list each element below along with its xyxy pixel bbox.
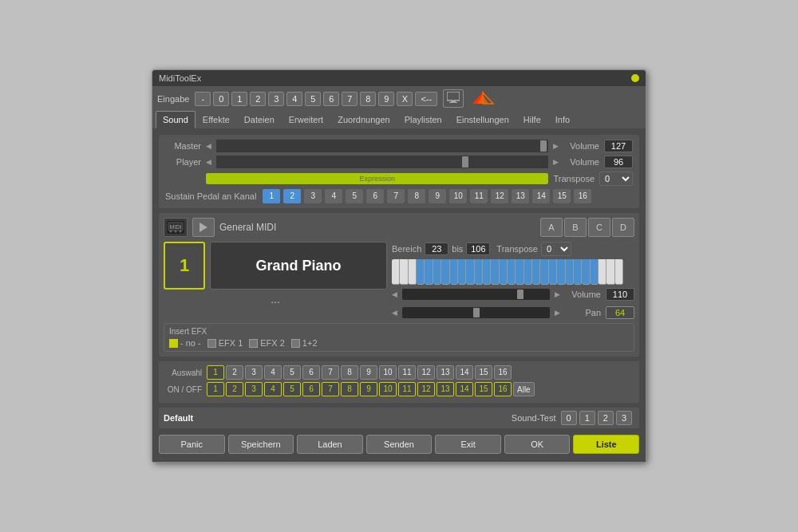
- digit-7-btn[interactable]: 7: [342, 92, 358, 106]
- inst-pan-track[interactable]: [402, 307, 550, 318]
- sustain-ch-12[interactable]: 12: [491, 189, 508, 203]
- bereich-from[interactable]: 23: [425, 242, 448, 255]
- sustain-ch-11[interactable]: 11: [470, 189, 488, 203]
- auswahl-10[interactable]: 10: [379, 365, 397, 380]
- transpose-select[interactable]: 0 1 -1: [599, 171, 633, 186]
- onoff-10[interactable]: 10: [379, 382, 397, 396]
- onoff-14[interactable]: 14: [456, 382, 473, 396]
- wk28[interactable]: [615, 259, 623, 285]
- onoff-8[interactable]: 8: [341, 382, 358, 396]
- sustain-ch-9[interactable]: 9: [429, 189, 446, 203]
- onoff-1[interactable]: 1: [207, 382, 224, 396]
- tab-b[interactable]: B: [564, 218, 587, 237]
- wk21[interactable]: [557, 259, 565, 285]
- expression-track[interactable]: Expression: [206, 173, 548, 184]
- sound-test-0[interactable]: 0: [561, 411, 577, 425]
- sustain-ch-13[interactable]: 13: [512, 189, 529, 203]
- bereich-to[interactable]: 106: [466, 242, 490, 255]
- auswahl-7[interactable]: 7: [322, 365, 339, 380]
- wk16[interactable]: [516, 259, 523, 285]
- backspace-btn[interactable]: <--: [415, 92, 437, 106]
- tab-hilfe[interactable]: Hilfe: [516, 111, 548, 128]
- onoff-5[interactable]: 5: [283, 382, 301, 396]
- master-arrow-left[interactable]: ◀: [206, 142, 211, 150]
- tab-zuordnungen[interactable]: Zuordnungen: [330, 111, 397, 128]
- digit-4-btn[interactable]: 4: [286, 92, 302, 106]
- liste-button[interactable]: Liste: [573, 435, 639, 454]
- wk7[interactable]: [441, 259, 449, 285]
- player-volume-value[interactable]: 96: [604, 156, 633, 168]
- minus-btn[interactable]: -: [195, 92, 211, 106]
- wk27[interactable]: [606, 259, 614, 285]
- wk12[interactable]: [483, 259, 491, 285]
- onoff-13[interactable]: 13: [437, 382, 454, 396]
- digit-8-btn[interactable]: 8: [360, 92, 376, 106]
- sustain-ch-4[interactable]: 4: [325, 189, 342, 203]
- auswahl-8[interactable]: 8: [341, 365, 358, 380]
- sustain-ch-14[interactable]: 14: [532, 189, 550, 203]
- sustain-ch-7[interactable]: 7: [387, 189, 405, 203]
- master-arrow-right[interactable]: ▶: [553, 142, 559, 150]
- wk25[interactable]: [591, 259, 598, 285]
- efx-checkbox-12[interactable]: [291, 339, 300, 348]
- instrument-number-box[interactable]: 1: [164, 242, 205, 290]
- instrument-dots[interactable]: ...: [164, 293, 387, 305]
- speichern-button[interactable]: Speichern: [228, 435, 294, 454]
- wk3[interactable]: [409, 259, 417, 285]
- wk23[interactable]: [574, 259, 582, 285]
- wk10[interactable]: [466, 259, 474, 285]
- wk1[interactable]: [392, 259, 400, 285]
- alle-button[interactable]: Alle: [513, 382, 535, 396]
- digit-0-btn[interactable]: 0: [213, 92, 229, 106]
- screen-btn[interactable]: [443, 89, 464, 108]
- player-arrow-right[interactable]: ▶: [553, 158, 559, 166]
- inst-pan-value[interactable]: 64: [606, 306, 634, 319]
- auswahl-15[interactable]: 15: [475, 365, 492, 380]
- wk4[interactable]: [417, 259, 425, 285]
- play-button[interactable]: [192, 218, 215, 237]
- auswahl-1[interactable]: 1: [207, 365, 224, 380]
- onoff-12[interactable]: 12: [417, 382, 435, 396]
- onoff-7[interactable]: 7: [322, 382, 339, 396]
- auswahl-2[interactable]: 2: [226, 365, 243, 380]
- pan-arrow-left[interactable]: ◀: [392, 309, 397, 317]
- efx-checkbox-1[interactable]: [207, 339, 216, 348]
- wk11[interactable]: [475, 259, 483, 285]
- auswahl-11[interactable]: 11: [398, 365, 416, 380]
- wk2[interactable]: [400, 259, 408, 285]
- panic-button[interactable]: Panic: [159, 435, 225, 454]
- inst-volume-track[interactable]: [402, 289, 550, 300]
- auswahl-3[interactable]: 3: [245, 365, 263, 380]
- onoff-9[interactable]: 9: [360, 382, 377, 396]
- sustain-ch-6[interactable]: 6: [366, 189, 384, 203]
- piano-keyboard[interactable]: [392, 259, 623, 285]
- tab-playlisten[interactable]: Playlisten: [397, 111, 449, 128]
- auswahl-12[interactable]: 12: [417, 365, 435, 380]
- onoff-11[interactable]: 11: [398, 382, 416, 396]
- sustain-ch-1[interactable]: 1: [263, 189, 280, 203]
- player-arrow-left[interactable]: ◀: [206, 158, 211, 166]
- auswahl-16[interactable]: 16: [494, 365, 512, 380]
- sound-test-3[interactable]: 3: [616, 411, 632, 425]
- sustain-ch-16[interactable]: 16: [574, 189, 591, 203]
- tab-effekte[interactable]: Effekte: [196, 111, 237, 128]
- tab-info[interactable]: Info: [548, 111, 577, 128]
- tab-a[interactable]: A: [540, 218, 563, 237]
- sound-test-1[interactable]: 1: [579, 411, 595, 425]
- auswahl-6[interactable]: 6: [302, 365, 320, 380]
- vol-arrow-left[interactable]: ◀: [392, 290, 397, 298]
- player-slider-track[interactable]: [216, 156, 548, 168]
- exit-button[interactable]: Exit: [435, 435, 501, 454]
- wk18[interactable]: [532, 259, 540, 285]
- auswahl-14[interactable]: 14: [456, 365, 473, 380]
- digit-2-btn[interactable]: 2: [250, 92, 266, 106]
- digit-9-btn[interactable]: 9: [378, 92, 394, 106]
- digit-6-btn[interactable]: 6: [323, 92, 339, 106]
- auswahl-9[interactable]: 9: [360, 365, 377, 380]
- sound-test-2[interactable]: 2: [598, 411, 614, 425]
- digit-x-btn[interactable]: X: [397, 92, 413, 106]
- onoff-4[interactable]: 4: [264, 382, 282, 396]
- pan-arrow-right[interactable]: ▶: [555, 309, 560, 317]
- wk5[interactable]: [425, 259, 433, 285]
- tab-d[interactable]: D: [612, 218, 634, 237]
